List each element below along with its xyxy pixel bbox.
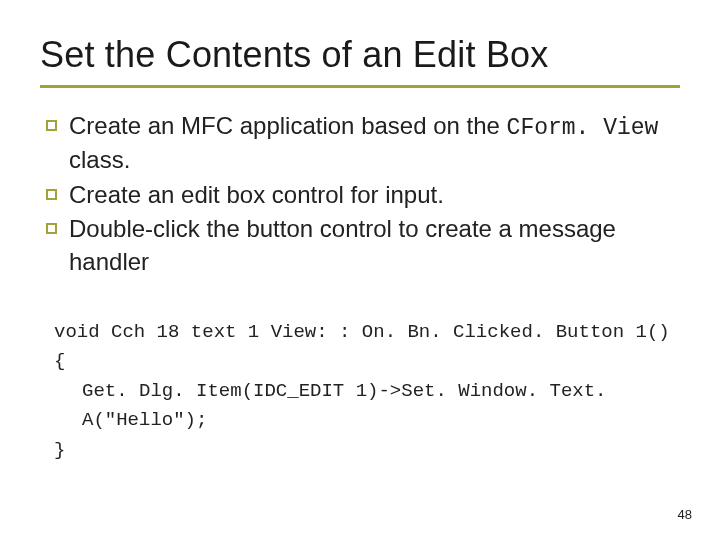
list-item-text: Create an edit box control for input.: [69, 179, 680, 211]
list-item-text: Create an MFC application based on the C…: [69, 110, 680, 176]
code-block: void Cch 18 text 1 View: : On. Bn. Click…: [40, 318, 680, 465]
code-line: Get. Dlg. Item(IDC_EDIT 1)->Set. Window.…: [54, 377, 680, 436]
code-line: }: [54, 436, 680, 465]
page-number: 48: [678, 507, 692, 522]
text-run: Double-click the button control to creat…: [69, 215, 616, 274]
code-inline: CForm. View: [507, 115, 659, 141]
square-bullet-icon: [46, 189, 57, 200]
bullet-list: Create an MFC application based on the C…: [40, 110, 680, 278]
list-item: Create an MFC application based on the C…: [46, 110, 680, 176]
title-underline: [40, 85, 680, 88]
list-item-text: Double-click the button control to creat…: [69, 213, 680, 278]
text-run: Create an MFC application based on the: [69, 112, 507, 139]
list-item: Create an edit box control for input.: [46, 179, 680, 211]
text-run: Create an edit box control for input.: [69, 181, 444, 208]
list-item: Double-click the button control to creat…: [46, 213, 680, 278]
square-bullet-icon: [46, 120, 57, 131]
code-line: {: [54, 347, 680, 376]
square-bullet-icon: [46, 223, 57, 234]
slide-title: Set the Contents of an Edit Box: [40, 34, 680, 75]
text-run: class.: [69, 146, 130, 173]
code-line: void Cch 18 text 1 View: : On. Bn. Click…: [54, 318, 680, 347]
slide: Set the Contents of an Edit Box Create a…: [0, 0, 720, 540]
